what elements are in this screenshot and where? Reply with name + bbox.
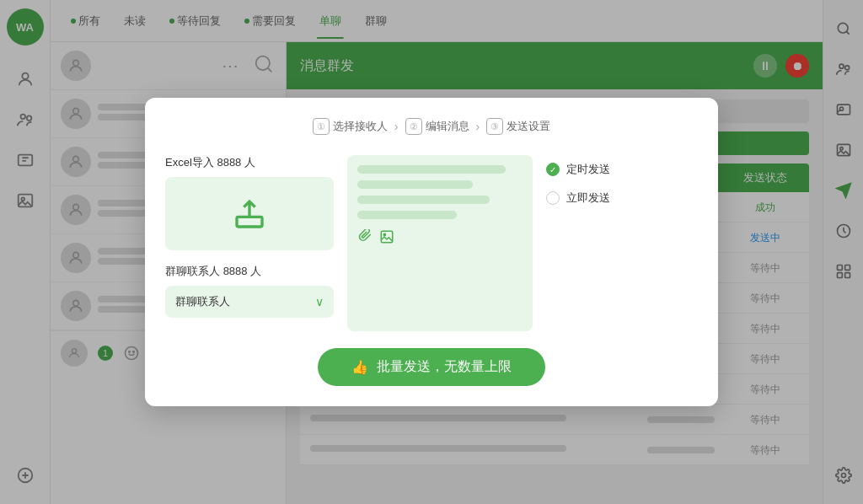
group-contacts-section: 群聊联系人 8888 人 群聊联系人 ∨ bbox=[165, 264, 334, 318]
dropdown-arrow-icon: ∨ bbox=[315, 295, 324, 308]
group-count-label: 群聊联系人 8888 人 bbox=[165, 264, 334, 279]
msg-line-4 bbox=[357, 211, 457, 219]
modal-body: Excel导入 8888 人 bbox=[165, 155, 698, 331]
svg-rect-32 bbox=[237, 217, 262, 227]
send-settings-panel: 定时发送 立即发送 bbox=[546, 155, 698, 331]
scheduled-send-option[interactable]: 定时发送 bbox=[546, 155, 698, 184]
modal-footer: 👍 批量发送，无数量上限 bbox=[165, 348, 698, 386]
message-tools bbox=[357, 229, 523, 249]
modal-overlay: ① 选择接收人 › ② 编辑消息 › ③ 发送设置 bbox=[0, 0, 863, 504]
scheduled-label: 定时发送 bbox=[566, 162, 610, 177]
thumbs-up-icon: 👍 bbox=[351, 359, 368, 375]
msg-line-2 bbox=[357, 180, 473, 189]
msg-line-1 bbox=[357, 165, 506, 174]
group-contacts-box[interactable]: 群聊联系人 ∨ bbox=[165, 286, 334, 318]
step-arrow-1: › bbox=[394, 120, 399, 133]
message-editor-panel bbox=[347, 155, 533, 331]
step-1: ① 选择接收人 bbox=[313, 118, 388, 135]
modal-dialog: ① 选择接收人 › ② 编辑消息 › ③ 发送设置 bbox=[145, 98, 718, 406]
immediate-label: 立即发送 bbox=[566, 190, 610, 206]
svg-rect-33 bbox=[381, 231, 393, 243]
excel-import-section: Excel导入 8888 人 bbox=[165, 155, 334, 250]
wizard-steps: ① 选择接收人 › ② 编辑消息 › ③ 发送设置 bbox=[165, 118, 698, 135]
image-tool-icon[interactable] bbox=[379, 229, 394, 249]
svg-point-34 bbox=[383, 233, 385, 235]
step-arrow-2: › bbox=[476, 120, 480, 133]
msg-line-3 bbox=[357, 196, 490, 204]
recipients-panel: Excel导入 8888 人 bbox=[165, 155, 334, 331]
excel-import-box[interactable] bbox=[165, 177, 334, 250]
excel-count-label: Excel导入 8888 人 bbox=[165, 155, 334, 170]
scheduled-radio[interactable] bbox=[546, 163, 560, 176]
step-2: ② 编辑消息 bbox=[405, 118, 469, 135]
attach-tool-icon[interactable] bbox=[357, 229, 373, 249]
app-container: WA bbox=[0, 0, 863, 504]
immediate-send-option[interactable]: 立即发送 bbox=[546, 184, 698, 212]
bulk-send-button[interactable]: 👍 批量发送，无数量上限 bbox=[318, 348, 545, 386]
upload-icon bbox=[233, 197, 266, 237]
immediate-radio[interactable] bbox=[546, 191, 560, 205]
step-3: ③ 发送设置 bbox=[486, 118, 550, 135]
